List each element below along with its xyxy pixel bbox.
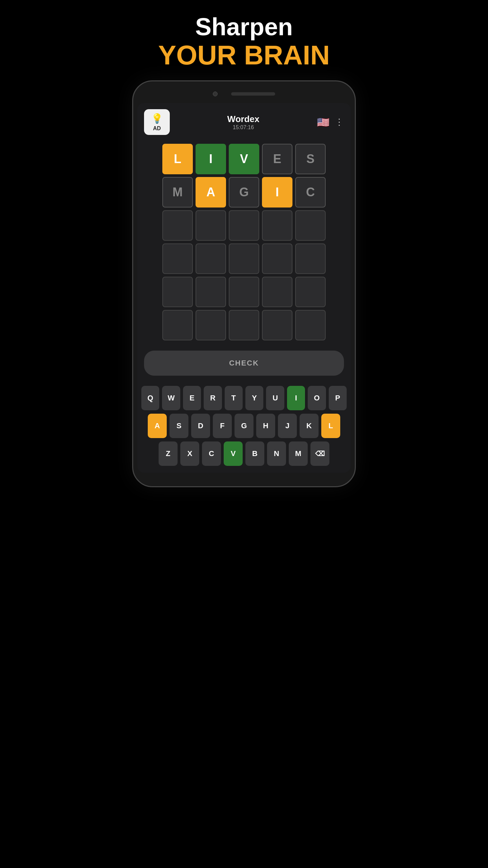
key-l[interactable]: L	[321, 414, 340, 438]
grid-cell	[262, 210, 292, 241]
key-u[interactable]: U	[266, 386, 284, 410]
app-bar: 💡 AD Wordex 15:07:16 🇺🇸 ⋮	[137, 103, 351, 138]
phone-camera	[213, 92, 218, 96]
grid-row	[162, 210, 326, 241]
key-i[interactable]: I	[287, 386, 305, 410]
menu-button[interactable]: ⋮	[335, 117, 344, 127]
grid-cell	[162, 310, 193, 340]
check-section: CHECK	[137, 347, 351, 382]
grid-row: LIVES	[162, 144, 326, 174]
grid-cell: E	[262, 144, 292, 174]
phone-frame: 💡 AD Wordex 15:07:16 🇺🇸 ⋮ LIVESMAGIC CHE…	[132, 80, 356, 487]
grid-cell	[162, 277, 193, 307]
grid-cell: I	[262, 177, 292, 208]
app-title-area: Wordex 15:07:16	[227, 114, 260, 131]
keyboard-row: ZXCVBNM⌫	[141, 441, 347, 466]
key-t[interactable]: T	[225, 386, 243, 410]
key-c[interactable]: C	[202, 441, 221, 466]
grid-cell: C	[295, 177, 326, 208]
key-m[interactable]: M	[289, 441, 308, 466]
key-⌫[interactable]: ⌫	[310, 441, 329, 466]
grid-cell: A	[196, 177, 226, 208]
key-n[interactable]: N	[267, 441, 286, 466]
keyboard-row: ASDFGHJKL	[141, 414, 347, 438]
grid-cell: S	[295, 144, 326, 174]
key-x[interactable]: X	[180, 441, 199, 466]
grid-cell	[295, 243, 326, 274]
key-h[interactable]: H	[256, 414, 275, 438]
ad-button[interactable]: 💡 AD	[144, 109, 170, 135]
app-timer: 15:07:16	[227, 124, 260, 131]
keyboard: QWERTYUIOPASDFGHJKLZXCVBNM⌫	[137, 382, 351, 473]
grid-cell	[162, 210, 193, 241]
key-s[interactable]: S	[169, 414, 188, 438]
grid-cell: M	[162, 177, 193, 208]
key-y[interactable]: Y	[245, 386, 263, 410]
grid-cell	[196, 210, 226, 241]
key-j[interactable]: J	[278, 414, 297, 438]
grid-cell	[162, 243, 193, 274]
ad-label: AD	[153, 125, 161, 132]
flag-icon[interactable]: 🇺🇸	[317, 116, 329, 128]
app-bar-right: 🇺🇸 ⋮	[317, 116, 344, 128]
grid-cell	[295, 310, 326, 340]
grid-cell	[262, 310, 292, 340]
grid-cell	[196, 243, 226, 274]
grid-cell	[229, 277, 259, 307]
grid-cell: I	[196, 144, 226, 174]
grid-row	[162, 310, 326, 340]
key-b[interactable]: B	[245, 441, 264, 466]
grid-cell	[229, 210, 259, 241]
key-a[interactable]: A	[148, 414, 167, 438]
grid-cell	[229, 310, 259, 340]
bulb-icon: 💡	[151, 113, 163, 124]
header-line2: YOUR BRAIN	[158, 40, 330, 70]
grid-row: MAGIC	[162, 177, 326, 208]
check-button[interactable]: CHECK	[144, 351, 344, 376]
phone-notch	[133, 92, 355, 103]
key-f[interactable]: F	[213, 414, 232, 438]
key-q[interactable]: Q	[141, 386, 159, 410]
key-v[interactable]: V	[224, 441, 243, 466]
game-grid: LIVESMAGIC	[137, 138, 351, 347]
header-section: Sharpen YOUR BRAIN	[158, 14, 330, 70]
grid-cell: G	[229, 177, 259, 208]
phone-speaker	[231, 92, 275, 96]
grid-cell: L	[162, 144, 193, 174]
keyboard-row: QWERTYUIOP	[141, 386, 347, 410]
header-line1: Sharpen	[158, 14, 330, 40]
grid-cell	[295, 210, 326, 241]
grid-cell	[196, 310, 226, 340]
grid-cell	[262, 243, 292, 274]
grid-row	[162, 277, 326, 307]
key-w[interactable]: W	[162, 386, 180, 410]
key-g[interactable]: G	[235, 414, 253, 438]
grid-row	[162, 243, 326, 274]
key-p[interactable]: P	[329, 386, 347, 410]
key-d[interactable]: D	[191, 414, 210, 438]
key-o[interactable]: O	[308, 386, 326, 410]
grid-cell	[262, 277, 292, 307]
grid-cell	[229, 243, 259, 274]
key-r[interactable]: R	[204, 386, 222, 410]
grid-cell: V	[229, 144, 259, 174]
grid-cell	[295, 277, 326, 307]
key-k[interactable]: K	[300, 414, 319, 438]
key-z[interactable]: Z	[159, 441, 178, 466]
app-title: Wordex	[227, 114, 260, 124]
phone-screen: 💡 AD Wordex 15:07:16 🇺🇸 ⋮ LIVESMAGIC CHE…	[137, 103, 351, 473]
key-e[interactable]: E	[183, 386, 201, 410]
grid-cell	[196, 277, 226, 307]
